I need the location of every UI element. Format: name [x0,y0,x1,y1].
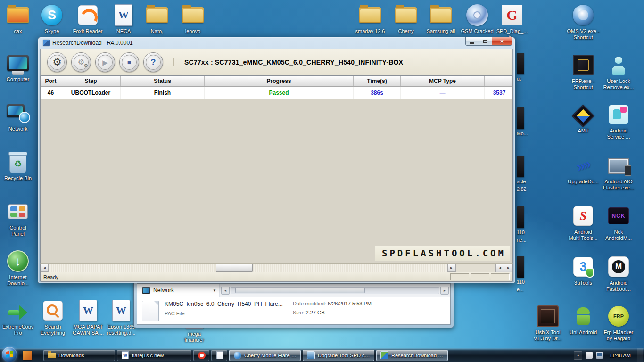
desktop-icon-mga-dapat-gawin[interactable]: WMGA DAPATGAWIN SA ... [70,298,106,336]
desktop-icon-cherry[interactable]: Cherry [388,3,424,34]
scroll-left-icon[interactable]: ◄ [495,264,504,272]
explorer-horizontal-scrollbar[interactable]: ◄ ► [220,284,450,297]
scroll-left-icon[interactable]: ◄ [41,264,49,272]
taskbar-button-document[interactable] [211,350,227,361]
column-header-time-s[interactable]: Time(s) [354,76,401,86]
desktop-icon-smadav-12-6[interactable]: smadav 12.6 [352,3,388,34]
settings-button[interactable]: ⚙ [47,52,67,72]
taskbar-button-upgrade-tool-spd[interactable]: Upgrade Tool SPD cpu [303,350,374,361]
cell-mcp-type: — [401,87,485,99]
stop-button[interactable]: ■ [119,52,139,72]
taskbar: DownloadsWflarej1s c newCherry Mobile Fl… [0,348,644,362]
desktop-icon-spd-diag[interactable]: GSPD_Diag_...h... [494,3,530,41]
desktop-icon-user-lock-remove[interactable]: User LockRemove.ex... [601,53,636,90]
column-header-port[interactable]: Port [41,76,61,86]
idm-icon: ↓ [0,249,36,273]
column-header-step[interactable]: Step [61,76,121,86]
desktop-icon-samsung-all[interactable]: Samsung all [423,3,459,34]
desktop-icon-cax[interactable]: cax [0,3,36,34]
desktop-icon-label: Uni-Android [565,329,601,336]
partially-hidden-desktop-icon[interactable]: Mo... [517,107,527,137]
column-header-status[interactable]: Status [121,76,205,86]
partially-hidden-desktop-icon[interactable]: ut [517,53,527,82]
desktop-icon-nato[interactable]: Nato, [139,3,175,34]
desktop-icon-3utools[interactable]: 33uTools [565,255,601,286]
tray-app-icon[interactable] [586,352,593,359]
desktop-icon-nck-androidm[interactable]: NCKNckAndroidM... [601,204,636,241]
desktop-icon-frp-exe-shortcut[interactable]: FRP.exe -Shortcut [565,53,601,90]
desktop-icon-foxit-reader[interactable]: Foxit Reader [70,3,106,34]
minimize-button[interactable] [465,37,479,46]
desktop-icon-android-fastboot[interactable]: MAndroidFastboot... [601,255,636,292]
start-button[interactable] [2,347,17,362]
desktop-icon-network[interactable]: Network [0,100,36,132]
taskbar-button-label: flarej1s c new [132,353,164,358]
taskbar-button-opera[interactable] [193,350,209,361]
nav-pane-item-network[interactable]: Network ▼ [137,284,220,297]
desktop-icon-internet-download[interactable]: ↓InternetDownlo... [0,249,36,287]
titlebar[interactable]: ResearchDownload - R4.0.0001 × [40,37,513,49]
partially-hidden-desktop-icon[interactable]: 110ne... [517,206,527,243]
word-icon: W [106,3,141,27]
desktop-icon-search-everything[interactable]: SearchEverything [35,298,71,336]
desktop-icon-android-service[interactable]: AndroidService ... [601,102,636,140]
close-button[interactable]: × [492,37,512,46]
scroll-left-icon[interactable]: ◄ [221,287,230,295]
desktop-icon-lenovo[interactable]: lenovo [175,3,211,34]
tray-network-icon[interactable] [596,352,603,359]
desktop-icon-computer[interactable]: Computer [0,51,36,82]
firmware-header: SC77xx : SC7731_eMMC_KM05C_6.0_CHERRY_H5… [173,58,403,66]
start-download-button[interactable]: ▶ [95,52,115,72]
skype-icon: S [34,3,70,27]
scroll-right-icon[interactable]: ► [440,287,449,295]
taskbar-button-cherry-mobile-flare[interactable]: Cherry Mobile Flare J... [229,350,301,361]
taskbar-button-downloads[interactable]: Downloads [43,350,115,361]
column-header-progress[interactable]: Progress [205,76,354,86]
desktop-icon-gsm-cracked[interactable]: GSM Cracked [459,3,495,34]
scroll-right-icon[interactable]: ► [504,264,512,272]
table-row[interactable]: 46UBOOTLoaderFinishPassed386s—3537 [41,87,512,99]
desktop-icon-label: FRP.exe -Shortcut [565,78,601,90]
desktop-icon-neca[interactable]: WNECA [106,3,141,34]
desktop-icon-oms-v2-shortcut[interactable]: OMS V2.exe -Shortcut [565,3,601,41]
file-row[interactable]: KM05C_km05c_6.0_Cherry_H540_PH_Flare... … [142,301,446,321]
desktop-icon-amt[interactable]: AMT [565,102,601,134]
partially-hidden-desktop-icon[interactable]: acle2.82 [517,156,527,192]
taskbar-button-flarej1s-c-new[interactable]: Wflarej1s c new [117,350,191,361]
scroll-right-icon[interactable]: ► [447,264,455,272]
desktop-icon-extremecopy-pro[interactable]: ExtremeCopyPro [0,298,36,336]
chevron-down-icon[interactable]: ▼ [213,288,216,293]
desktop-icon-frp-hijacker[interactable]: FRPFrp HiJackerby Hagard [601,304,636,342]
desktop-icon-label: Computer [0,76,36,82]
show-desktop-button[interactable] [637,348,643,362]
desktop-icon-label: SearchEverything [35,324,71,336]
taskbar-button-researchdownload[interactable]: ResearchDownload -... [376,350,448,361]
pinned-app-icon[interactable] [23,351,32,360]
scrollbar-thumb[interactable] [216,264,253,272]
desktop-icon-usb-x-tool[interactable]: Usb X Toolv1.3 by Dr... [530,304,566,342]
desktop-icon-uni-android[interactable]: Uni-Android [565,304,601,336]
maximize-button[interactable] [479,37,492,46]
column-header-mcp-type[interactable]: MCP Type [401,76,485,86]
desktop-icon-android-multi-tools[interactable]: SAndroidMulti Tools... [565,204,601,241]
icon-fragment [517,156,524,177]
cell-progress: Passed [205,87,354,99]
options-button[interactable]: ⚙ [71,52,91,72]
table-horizontal-scrollbar[interactable]: ◄ ► ◄► [40,263,513,272]
column-header-extra[interactable] [485,76,513,86]
icon-fragment [517,107,524,129]
desktop-icon-android-aio-flasher[interactable]: Android AIOFlasher.exe... [601,153,636,191]
desktop-icon-label: AndroidMulti Tools... [565,229,601,241]
desktop-icon-skype[interactable]: SSkype [34,3,70,34]
help-button[interactable]: ? [143,52,163,72]
desktop-icon-recycle-bin[interactable]: ♻Recycle Bin [0,150,36,181]
service-icon [601,102,636,127]
tray-expand-icon[interactable]: ▲ [574,351,582,360]
taskbar-clock[interactable]: 11:48 AM [606,353,634,358]
desktop-icon-label: AndroidService ... [601,128,636,140]
folder-icon [175,3,211,27]
desktop-icon-control-panel[interactable]: ControlPanel [0,199,36,237]
desktop-icon-upgradedo[interactable]: »»UpgradeDo... [565,153,601,185]
partially-hidden-desktop-icon[interactable]: 110e... [517,256,527,292]
scrollbar-thumb[interactable] [235,288,365,293]
